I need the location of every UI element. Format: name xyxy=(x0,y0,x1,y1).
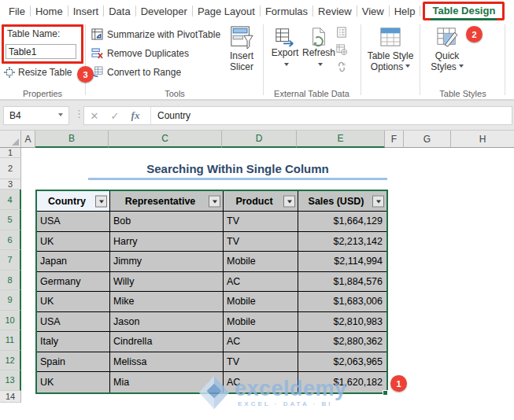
menu-tab-table-design[interactable]: Table Design xyxy=(431,5,497,20)
cell-product[interactable]: Mobile xyxy=(224,252,298,272)
cell-country[interactable]: UK xyxy=(37,292,110,312)
cell-country[interactable]: USA xyxy=(37,212,110,232)
cell-representative[interactable]: Jason xyxy=(110,312,224,333)
cell-sales[interactable]: $2,880,362 xyxy=(298,332,386,352)
row-header-9[interactable]: 9 xyxy=(0,290,21,311)
enter-button[interactable]: ✓ xyxy=(105,110,125,122)
row-header-8[interactable]: 8 xyxy=(0,271,21,291)
resize-table-button[interactable]: Resize Table xyxy=(4,67,72,78)
cell-representative[interactable]: Cindrella xyxy=(110,332,224,352)
column-header-f[interactable]: F xyxy=(385,131,404,148)
cell-sales[interactable]: $2,810,983 xyxy=(298,312,386,333)
convert-to-range-button[interactable]: Convert to Range xyxy=(91,66,181,78)
menu-tab-home[interactable]: Home xyxy=(31,6,68,17)
cell-sales[interactable]: $2,114,994 xyxy=(298,252,386,272)
table-header-sales[interactable]: Sales (USD) xyxy=(298,191,386,212)
cell-country[interactable]: UK xyxy=(37,372,110,392)
column-header-c[interactable]: C xyxy=(109,131,222,148)
cell-sales[interactable]: $1,884,576 xyxy=(298,272,386,293)
remove-duplicates-button[interactable]: Remove Duplicates xyxy=(91,47,189,59)
export-button[interactable]: Export xyxy=(269,27,301,68)
table-header-country[interactable]: Country xyxy=(37,191,110,212)
cell-representative[interactable]: Mia xyxy=(110,372,224,392)
row-header-6[interactable]: 6 xyxy=(0,230,21,251)
column-header-e[interactable]: E xyxy=(297,131,385,148)
cell-country[interactable]: USA xyxy=(37,312,110,333)
table-name-input[interactable] xyxy=(6,44,76,59)
menu-tab-formulas[interactable]: Formulas xyxy=(261,6,312,17)
cell-country[interactable]: Germany xyxy=(37,272,110,293)
cell-country[interactable]: Italy xyxy=(37,332,110,352)
selection-fill-handle[interactable] xyxy=(383,390,388,396)
cell-sales[interactable]: $2,063,965 xyxy=(298,352,386,373)
row-header-5[interactable]: 5 xyxy=(0,210,21,230)
row-header-2[interactable]: 2 xyxy=(0,158,21,179)
row-header-3[interactable]: 3 xyxy=(0,179,21,190)
row-header-10[interactable]: 10 xyxy=(0,311,21,331)
sheet-title[interactable]: Searching Within Single Column xyxy=(88,159,387,180)
filter-dropdown-icon[interactable] xyxy=(283,195,295,207)
name-box-dropdown-icon[interactable] xyxy=(58,113,63,119)
row-header-11[interactable]: 11 xyxy=(0,330,21,351)
cell-representative[interactable]: Melissa xyxy=(110,352,224,373)
open-in-browser-icon[interactable] xyxy=(336,44,347,55)
filter-dropdown-icon[interactable] xyxy=(95,195,107,207)
menu-tab-data[interactable]: Data xyxy=(104,6,135,17)
row-header-1[interactable]: 1 xyxy=(0,148,21,158)
column-header-d[interactable]: D xyxy=(222,131,297,148)
cell-country[interactable]: UK xyxy=(37,232,110,252)
filter-dropdown-icon[interactable] xyxy=(372,195,384,207)
quick-styles-button[interactable]: Quick Styles xyxy=(423,27,471,72)
cell-representative[interactable]: Willy xyxy=(110,272,224,293)
row-header-12[interactable]: 12 xyxy=(0,351,21,371)
table-header-product[interactable]: Product xyxy=(224,191,298,212)
cell-sales[interactable]: $1,620,182 xyxy=(298,372,386,392)
cell-product[interactable]: Mobile xyxy=(224,312,298,333)
cell-product[interactable]: AC xyxy=(224,332,298,352)
menu-tab-developer[interactable]: Developer xyxy=(136,6,192,17)
row-header-4[interactable]: 4 xyxy=(0,190,21,210)
cell-product[interactable]: TV xyxy=(224,212,298,232)
cell-representative[interactable]: Jimmy xyxy=(110,252,224,272)
menu-tab-review[interactable]: Review xyxy=(313,6,357,17)
column-header-g[interactable]: G xyxy=(404,131,451,148)
table-header-representative[interactable]: Representative xyxy=(110,191,224,212)
column-header-a[interactable]: A xyxy=(21,131,35,148)
select-all-corner[interactable] xyxy=(0,131,21,148)
cell-sales[interactable]: $2,213,142 xyxy=(298,232,386,252)
cell-sales[interactable]: $1,683,006 xyxy=(298,292,386,312)
menu-tab-page-layout[interactable]: Page Layout xyxy=(193,6,260,17)
menu-tab-view[interactable]: View xyxy=(357,6,389,17)
column-header-b[interactable]: B xyxy=(35,131,109,148)
table-properties-icon[interactable] xyxy=(336,27,347,38)
menu-tab-insert[interactable]: Insert xyxy=(68,6,104,17)
cell-product[interactable]: Mobile xyxy=(224,292,298,312)
cell-representative[interactable]: Harry xyxy=(110,232,224,252)
insert-function-button[interactable]: fx xyxy=(125,109,146,122)
unlink-icon[interactable] xyxy=(336,61,347,72)
cell-sales[interactable]: $1,664,129 xyxy=(298,212,386,232)
name-box[interactable]: B4 xyxy=(3,106,69,125)
row-header-14[interactable]: 14 xyxy=(0,391,21,403)
export-dropdown-icon[interactable] xyxy=(284,63,289,68)
refresh-button[interactable]: Refresh xyxy=(302,27,335,68)
cell-representative[interactable]: Mike xyxy=(110,292,224,312)
cell-representative[interactable]: Bob xyxy=(110,212,224,232)
summarize-pivottable-button[interactable]: Summarize with PivotTable xyxy=(91,28,220,40)
row-header-7[interactable]: 7 xyxy=(0,250,21,271)
filter-dropdown-icon[interactable] xyxy=(209,195,220,207)
insert-slicer-button[interactable]: Insert Slicer xyxy=(224,25,260,72)
table-style-options-button[interactable]: Table Style Options xyxy=(364,27,417,72)
cell-product[interactable]: AC xyxy=(224,272,298,293)
cell-product[interactable]: TV xyxy=(224,232,298,252)
cell-country[interactable]: Japan xyxy=(37,252,110,272)
cell-product[interactable]: TV xyxy=(224,352,298,373)
column-header-h[interactable]: H xyxy=(451,131,514,148)
row-header-13[interactable]: 13 xyxy=(0,370,21,391)
menu-tab-help[interactable]: Help xyxy=(390,6,420,17)
cell-product[interactable]: AC xyxy=(224,372,298,392)
formula-input[interactable]: Country xyxy=(157,110,190,121)
cell-country[interactable]: Spain xyxy=(37,352,110,373)
refresh-dropdown-icon[interactable] xyxy=(318,63,323,68)
menu-tab-file[interactable]: File xyxy=(4,6,30,17)
